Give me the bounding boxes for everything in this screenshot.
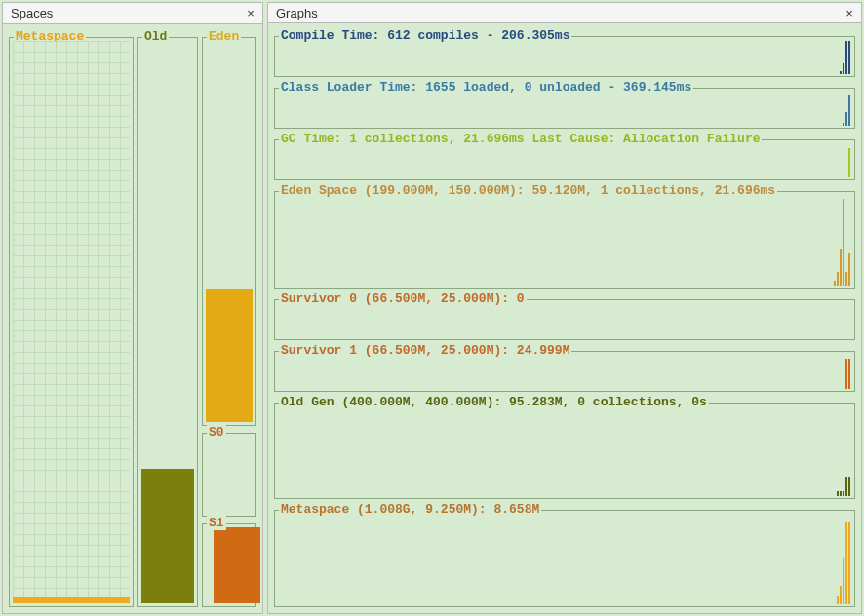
graphs-panel: Graphs × Compile Time: 612 compiles - 20… (267, 2, 862, 614)
s0-label: S0 (207, 425, 226, 440)
compile-time-label: Compile Time: 612 compiles - 206.305ms (279, 28, 571, 43)
survivor1-spark (811, 354, 850, 389)
class-loader-label: Class Loader Time: 1655 loaded, 0 unload… (279, 80, 693, 95)
class-loader-spark (811, 91, 850, 126)
eden-space-graph: Eden Space (199.000M, 150.000M): 59.120M… (274, 191, 855, 289)
spaces-panel-body: Metaspace Old Eden (3, 24, 262, 613)
s0-box: S0 (202, 433, 256, 517)
s1-bar (214, 527, 260, 603)
metaspace-bar (13, 597, 130, 603)
app-root: Spaces × Metaspace Old (0, 0, 864, 616)
spaces-panel-header[interactable]: Spaces × (3, 3, 262, 24)
s1-label: S1 (207, 516, 226, 530)
eden-space-spark (811, 194, 850, 286)
metaspace-spark (811, 513, 850, 604)
compile-time-graph: Compile Time: 612 compiles - 206.305ms (274, 36, 855, 77)
close-icon[interactable]: × (842, 6, 857, 20)
eden-bar (206, 289, 253, 422)
gc-time-label: GC Time: 1 collections, 21.696ms Last Ca… (279, 132, 762, 146)
oldgen-box: Old (137, 37, 198, 607)
eden-label: Eden (207, 29, 241, 44)
oldgen-graph: Old Gen (400.000M, 400.000M): 95.283M, 0… (274, 403, 855, 500)
spaces-panel-title: Spaces (11, 6, 53, 20)
oldgen-label: Old (142, 29, 169, 44)
survivor1-label: Survivor 1 (66.500M, 25.000M): 24.999M (279, 343, 571, 358)
metaspace-graph-label: Metaspace (1.008G, 9.250M): 8.658M (279, 502, 541, 517)
graphs-panel-header[interactable]: Graphs × (268, 3, 861, 23)
survivor0-label: Survivor 0 (66.500M, 25.000M): 0 (279, 291, 527, 306)
class-loader-graph: Class Loader Time: 1655 loaded, 0 unload… (274, 88, 855, 129)
graphs-panel-title: Graphs (276, 6, 318, 20)
survivor0-graph: Survivor 0 (66.500M, 25.000M): 0 (274, 299, 855, 340)
eden-space-label: Eden Space (199.000M, 150.000M): 59.120M… (279, 183, 777, 198)
oldgen-label: Old Gen (400.000M, 400.000M): 95.283M, 0… (279, 395, 709, 409)
survivor1-graph: Survivor 1 (66.500M, 25.000M): 24.999M (274, 351, 855, 392)
eden-box: Eden (202, 37, 256, 426)
s1-box: S1 (202, 523, 256, 607)
graphs-panel-body: Compile Time: 612 compiles - 206.305ms C… (268, 23, 861, 613)
metaspace-chart (13, 41, 130, 603)
metaspace-box: Metaspace (9, 37, 134, 607)
close-icon[interactable]: × (243, 6, 258, 20)
oldgen-bar (141, 469, 194, 603)
oldgen-spark (811, 405, 850, 497)
compile-time-spark (811, 39, 850, 74)
metaspace-graph: Metaspace (1.008G, 9.250M): 8.658M (274, 510, 855, 607)
spaces-panel: Spaces × Metaspace Old (2, 2, 263, 614)
gc-time-graph: GC Time: 1 collections, 21.696ms Last Ca… (274, 139, 855, 180)
gc-time-spark (811, 142, 850, 177)
